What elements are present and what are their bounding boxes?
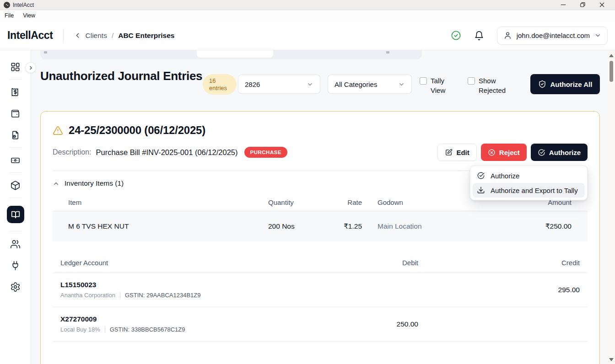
item-godown: Main Location bbox=[362, 222, 476, 230]
sync-status-icon bbox=[451, 30, 461, 41]
checkbox-unchecked[interactable] bbox=[468, 77, 475, 85]
chevron-down-icon bbox=[398, 81, 405, 88]
inventory-row: M 6 TVS HEX NUT 200 Nos ₹1.25 Main Locat… bbox=[53, 211, 588, 241]
app-header: IntellAcct Clients / ABC Enterprises joh… bbox=[0, 21, 615, 50]
entry-number-select[interactable]: 2826 bbox=[238, 75, 320, 94]
authorize-dropdown-menu: Authorize Authorize and Export to Tally bbox=[470, 166, 588, 200]
partial-input bbox=[197, 50, 273, 58]
scrolled-row-partial bbox=[40, 50, 422, 59]
sidebar-item-journal-active[interactable] bbox=[7, 206, 24, 223]
app-logo: IntellAcct bbox=[7, 29, 53, 42]
ledger-debit: 250.00 bbox=[308, 320, 418, 328]
workspace: Unauthorized Journal Entries 16 entries … bbox=[0, 50, 615, 364]
page-title: Unauthorized Journal Entries bbox=[40, 69, 219, 84]
sidebar bbox=[0, 50, 31, 364]
minimize-icon[interactable] bbox=[554, 0, 573, 10]
sidebar-divider bbox=[9, 198, 22, 198]
window-title: IntelAcct bbox=[13, 2, 34, 8]
user-icon bbox=[503, 31, 512, 40]
tally-view-checkbox[interactable]: Tally View bbox=[420, 76, 452, 95]
back-chevron-icon[interactable] bbox=[72, 30, 84, 42]
user-email: john.doe@intelacct.com bbox=[517, 32, 590, 39]
users-icon[interactable] bbox=[9, 237, 22, 250]
warning-triangle-icon bbox=[53, 125, 63, 136]
user-menu[interactable]: john.doe@intelacct.com bbox=[497, 27, 608, 45]
dashboard-icon[interactable] bbox=[9, 60, 22, 73]
circle-x-icon bbox=[488, 149, 496, 156]
table-divider bbox=[53, 341, 588, 342]
ledger-account-code: X27270009 bbox=[60, 315, 308, 323]
sidebar-expand-button[interactable] bbox=[25, 62, 36, 73]
ledger-account-name: Local Buy 18% bbox=[60, 326, 100, 333]
scroll-up-arrow-icon[interactable] bbox=[609, 54, 614, 57]
category-select[interactable]: All Categories bbox=[328, 75, 412, 94]
package-icon[interactable] bbox=[9, 179, 22, 192]
window-titlebar: IntelAcct bbox=[0, 0, 615, 10]
sidebar-divider bbox=[9, 231, 22, 231]
sidebar-divider bbox=[9, 79, 22, 80]
invoice-icon[interactable] bbox=[9, 86, 22, 98]
checkbox-unchecked[interactable] bbox=[420, 77, 427, 85]
settings-gear-icon[interactable] bbox=[9, 280, 22, 293]
description-value: Purchase Bill #INV-2025-001 (06/12/2025) bbox=[96, 148, 237, 157]
ledger-gstin: GSTIN: 29AABCA1234B1Z9 bbox=[125, 292, 200, 299]
description-label: Description: bbox=[53, 148, 91, 156]
scroll-down-arrow-icon[interactable] bbox=[609, 358, 614, 361]
menu-item-authorize[interactable]: Authorize bbox=[473, 168, 585, 183]
file-settings-icon[interactable] bbox=[9, 128, 22, 141]
banknote-icon[interactable] bbox=[9, 154, 22, 166]
partial-icon bbox=[386, 51, 389, 54]
ledger-credit: 295.00 bbox=[418, 286, 580, 294]
item-quantity: 200 Nos bbox=[268, 222, 323, 230]
menu-item-authorize-export-tally[interactable]: Authorize and Export to Tally bbox=[473, 183, 585, 198]
menu-file[interactable]: File bbox=[5, 12, 14, 19]
plug-icon[interactable] bbox=[9, 259, 22, 272]
sidebar-divider bbox=[9, 172, 22, 173]
notifications-bell-icon[interactable] bbox=[474, 31, 484, 41]
breadcrumb-separator: / bbox=[112, 32, 113, 40]
circle-check-icon bbox=[477, 171, 485, 180]
breadcrumb-clients[interactable]: Clients bbox=[86, 32, 107, 40]
authorize-all-button[interactable]: Authorize All bbox=[530, 74, 600, 94]
ledger-account-code: L15150023 bbox=[60, 281, 308, 289]
item-amount: ₹250.00 bbox=[476, 222, 572, 230]
vertical-scrollbar[interactable] bbox=[608, 50, 615, 364]
journal-book-icon bbox=[11, 209, 21, 219]
restore-icon[interactable] bbox=[573, 0, 592, 10]
menu-bar: File View bbox=[0, 10, 615, 21]
authorize-button[interactable]: Authorize bbox=[531, 144, 588, 161]
scrollbar-thumb[interactable] bbox=[610, 61, 613, 82]
entry-title: 24-25/2300000 (06/12/2025) bbox=[69, 124, 205, 137]
chevron-down-icon bbox=[594, 32, 601, 39]
close-icon[interactable] bbox=[592, 0, 611, 10]
circle-check-icon bbox=[538, 149, 545, 156]
breadcrumb-current: ABC Enterprises bbox=[118, 32, 174, 40]
edit-button[interactable]: Edit bbox=[437, 144, 476, 161]
sub-divider bbox=[105, 327, 105, 333]
journal-entry-card: 24-25/2300000 (06/12/2025) Description: … bbox=[40, 111, 600, 364]
ledger-row: L15150023 Anantha Corporation GSTIN: 29A… bbox=[53, 273, 588, 307]
purchase-type-badge: PURCHASE bbox=[244, 147, 288, 158]
reject-button[interactable]: Reject bbox=[481, 144, 527, 161]
ledger-gstin: GSTIN: 338BBCB5678C1Z9 bbox=[110, 326, 185, 333]
app-logo-icon bbox=[4, 2, 10, 8]
show-rejected-checkbox[interactable]: Show Rejected bbox=[468, 76, 511, 95]
chevron-up-icon[interactable] bbox=[53, 180, 59, 187]
chevron-down-icon bbox=[307, 81, 313, 88]
inventory-section-title[interactable]: Inventory Items (1) bbox=[65, 179, 124, 187]
download-icon bbox=[477, 186, 485, 194]
breadcrumb: Clients / ABC Enterprises bbox=[86, 32, 175, 40]
sidebar-divider bbox=[9, 147, 22, 148]
sub-divider bbox=[120, 292, 120, 299]
entries-count-badge: 16 entries bbox=[203, 74, 237, 95]
partial-icon bbox=[44, 51, 47, 54]
chevron-right-icon bbox=[28, 65, 34, 71]
menu-view[interactable]: View bbox=[23, 12, 35, 19]
ledger-table-header: Ledger Account Debit Credit bbox=[53, 259, 588, 273]
shield-check-icon bbox=[538, 80, 546, 88]
item-rate: ₹1.25 bbox=[323, 222, 362, 230]
header-divider bbox=[63, 29, 64, 43]
main-content: Unauthorized Journal Entries 16 entries … bbox=[31, 50, 615, 364]
wallet-icon[interactable] bbox=[9, 107, 22, 120]
ledger-account-name: Anantha Corporation bbox=[60, 292, 115, 299]
